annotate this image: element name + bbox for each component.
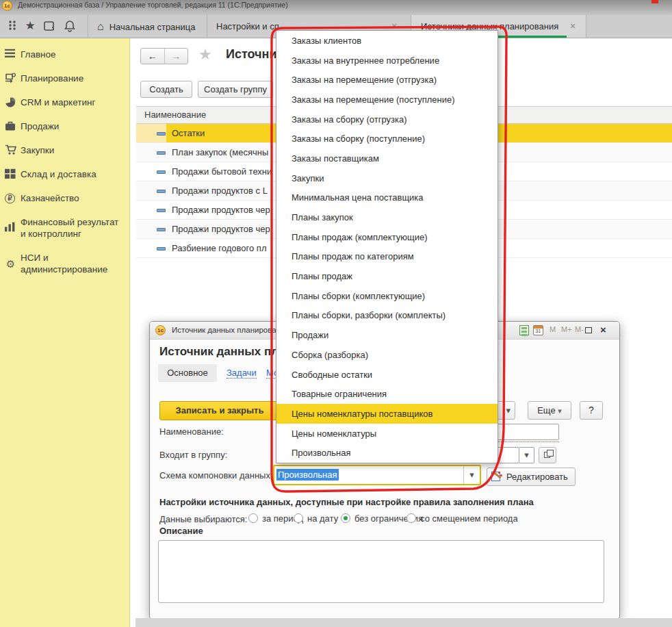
back-button[interactable]: ←	[141, 49, 165, 64]
dropdown-item[interactable]: Заказы на перемещение (отгрузка)	[276, 70, 497, 90]
history-icon[interactable]	[42, 19, 56, 33]
dropdown-item[interactable]: Товарные ограничения	[276, 384, 497, 404]
group-label: Входит в группу:	[159, 450, 227, 460]
create-button[interactable]: Создать	[140, 81, 192, 98]
forward-button[interactable]: →	[165, 49, 188, 64]
dialog-tab-tasks[interactable]: Задачи	[227, 368, 257, 379]
description-label: Описание	[159, 526, 203, 536]
dropdown-item[interactable]: Планы продаж по категориям	[276, 247, 497, 267]
item-dash-icon	[157, 228, 166, 231]
combobox-arrow-button[interactable]: ▾	[463, 466, 480, 484]
more-button[interactable]: Еще ▾	[528, 401, 571, 420]
radio-so-smeshcheniem[interactable]	[406, 513, 416, 523]
settings-section-header: Настройки источника данных, доступные пр…	[159, 497, 534, 507]
create-group-button[interactable]: Создать группу	[198, 81, 273, 98]
dropdown-item[interactable]: Заказы поставщикам	[276, 149, 497, 168]
app-close-button[interactable]	[651, 0, 658, 3]
sidebar-item-sales[interactable]: Продажи	[0, 114, 129, 138]
main-menu-dots-icon[interactable]	[5, 19, 19, 33]
sidebar-item-treasury[interactable]: ₽ Казначейство	[0, 186, 129, 210]
sidebar-gutter	[130, 38, 136, 627]
memory-mminus-button[interactable]: М-	[575, 325, 584, 333]
sidebar-item-planning[interactable]: Планирование	[0, 66, 129, 90]
dialog-maximize-icon[interactable]	[585, 327, 592, 333]
sidebar-item-purchases[interactable]: Закупки	[0, 138, 129, 162]
sidebar: Главное Планирование CRM и маркетинг Про…	[0, 38, 130, 627]
app-titlebar: 1с Демонстрационная база / Управление то…	[0, 0, 672, 15]
dialog-close-icon[interactable]: ×	[600, 324, 606, 335]
sidebar-item-crm[interactable]: CRM и маркетинг	[0, 90, 129, 114]
sidebar-item-main[interactable]: Главное	[0, 42, 129, 66]
dialog-title: Источник данных планировани	[172, 326, 285, 334]
save-and-close-button[interactable]: Записать и закрыть	[159, 401, 280, 420]
nav-history-buttons: ← →	[140, 48, 188, 64]
dropdown-item-highlighted[interactable]: Цены номенклатуры поставщиков	[276, 404, 497, 424]
calculator-icon[interactable]	[519, 325, 529, 335]
schema-value: Произвольная	[274, 466, 463, 484]
dropdown-item[interactable]: Продажи	[276, 325, 497, 345]
open-form-icon	[544, 452, 550, 458]
dropdown-item[interactable]: Планы продаж (комплектующие)	[276, 227, 497, 247]
dropdown-item[interactable]: Сборка (разборка)	[276, 345, 497, 365]
app-logo-icon: 1с	[2, 1, 12, 11]
favorite-star-icon[interactable]: ★	[198, 46, 212, 64]
group-open-button[interactable]	[539, 447, 556, 463]
dropdown-item[interactable]: Заказы на сборку (поступление)	[276, 129, 497, 149]
schema-combobox[interactable]: Произвольная ▾	[273, 465, 481, 485]
dropdown-item[interactable]: Планы закупок	[276, 207, 497, 227]
memory-m-button[interactable]: М	[550, 325, 556, 333]
dropdown-item[interactable]: Произвольная	[276, 443, 497, 463]
description-textarea[interactable]	[158, 540, 604, 603]
warehouse-grid-icon	[5, 168, 16, 180]
chevron-down-icon: ▾	[558, 407, 562, 415]
dropdown-item[interactable]: Закупки	[276, 168, 497, 188]
dropdown-item[interactable]: Заказы на внутреннее потребление	[276, 51, 497, 71]
toolbar-separator	[207, 15, 207, 38]
item-dash-icon	[157, 132, 166, 136]
edit-wand-icon	[491, 472, 502, 483]
sidebar-item-nsi-admin[interactable]: ⚙ НСИ и администрирование	[0, 246, 129, 281]
dialog-1c-icon: 1с	[155, 325, 166, 335]
period-radio-group: за период на дату без ограничения со сме…	[150, 513, 619, 524]
calendar-icon[interactable]: 31	[533, 325, 543, 335]
notifications-bell-icon[interactable]	[63, 19, 77, 33]
ruble-coin-icon: ₽	[5, 193, 15, 203]
dropdown-item[interactable]: Планы сборки, разборки (комплекты)	[276, 306, 497, 326]
radio-so-smeshcheniem-label[interactable]: со смещением периода	[420, 513, 518, 524]
dialog-tab-main[interactable]: Основное	[158, 364, 217, 382]
help-button[interactable]: ?	[580, 401, 603, 420]
dropdown-item[interactable]: Планы сборки (комплектующие)	[276, 286, 497, 306]
chevron-down-icon: ▾	[469, 470, 474, 480]
sidebar-item-finresult[interactable]: Финансовый результат и контроллинг	[0, 210, 129, 246]
memory-mplus-button[interactable]: М+	[561, 325, 572, 333]
favorites-star-icon[interactable]: ★	[23, 19, 37, 33]
dropdown-item[interactable]: Планы продаж	[276, 266, 497, 286]
sidebar-item-warehouse[interactable]: Склад и доставка	[0, 162, 129, 186]
gear-icon: ⚙	[5, 258, 16, 270]
group-dropdown-button[interactable]: ▾	[519, 447, 534, 463]
dropdown-item[interactable]: Цены номенклатуры	[276, 424, 497, 444]
radio-na-datu-label[interactable]: на дату	[307, 513, 338, 524]
radio-na-datu[interactable]	[294, 513, 303, 523]
home-icon: ⌂	[97, 21, 104, 32]
radio-bez-ogranicheniya[interactable]	[341, 513, 350, 523]
tab-home[interactable]: ⌂Начальная страница	[97, 15, 205, 38]
window-bottom-strip	[135, 618, 672, 627]
tab-sources-close-icon[interactable]: ×	[570, 15, 576, 38]
dropdown-item[interactable]: Заказы на сборку (отгрузка)	[276, 110, 497, 129]
cart-icon	[5, 144, 16, 156]
schema-label: Схема компоновки данных:	[159, 470, 273, 481]
app-window-title: Демонстрационная база / Управление торго…	[18, 1, 288, 9]
dropdown-item[interactable]: Заказы клиентов	[276, 31, 497, 51]
schema-dropdown-list: Заказы клиентов Заказы на внутреннее пот…	[276, 30, 498, 463]
dropdown-item[interactable]: Заказы на перемещение (поступление)	[276, 90, 497, 110]
chevron-down-icon: ▾	[506, 405, 511, 415]
dropdown-item[interactable]: Минимальная цена поставщика	[276, 188, 497, 208]
briefcase-icon	[5, 120, 16, 132]
pie-chart-icon	[5, 97, 16, 108]
planning-icon	[5, 73, 16, 84]
toolbar-separator	[586, 15, 586, 38]
radio-za-period[interactable]	[248, 513, 258, 523]
dropdown-item[interactable]: Свободные остатки	[276, 365, 497, 385]
edit-schema-button[interactable]: Редактировать	[487, 468, 576, 486]
